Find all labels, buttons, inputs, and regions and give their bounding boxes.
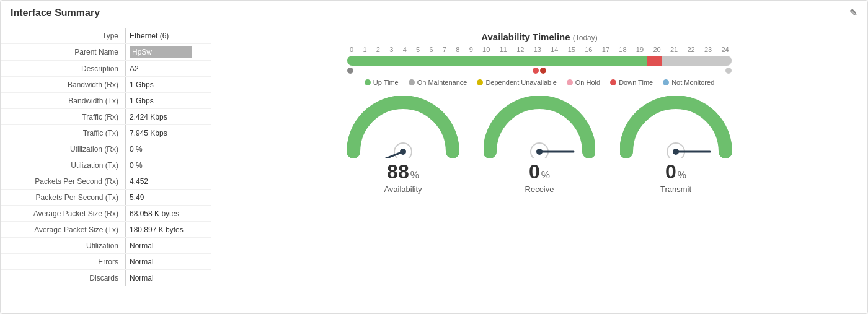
hour-label: 5 bbox=[416, 46, 420, 53]
gauge-svg bbox=[620, 96, 732, 158]
timeline-container: 0123456789101112131415161718192021222324 bbox=[347, 46, 732, 74]
legend-item: Not Monitored bbox=[663, 79, 714, 86]
availability-title: Availability Timeline (Today) bbox=[224, 32, 855, 42]
field-value: 68.058 K bytes bbox=[125, 206, 211, 221]
segment-down bbox=[647, 56, 663, 66]
hour-label: 20 bbox=[653, 46, 660, 53]
table-row: Packets Per Second (Tx)5.49 bbox=[1, 190, 211, 206]
timeline-indicator-row bbox=[347, 66, 732, 74]
field-label: Average Packet Size (Tx) bbox=[1, 222, 125, 237]
gauge-number: 0 bbox=[529, 160, 540, 183]
legend-item: On Maintenance bbox=[409, 79, 467, 86]
hour-label: 23 bbox=[704, 46, 712, 53]
dot-down1 bbox=[533, 68, 539, 74]
field-label: Type bbox=[1, 28, 125, 43]
field-value: 180.897 K bytes bbox=[125, 222, 211, 237]
table-row: Bandwidth (Tx)1 Gbps bbox=[1, 93, 211, 109]
field-value: Normal bbox=[125, 270, 211, 286]
field-value: 0 % bbox=[125, 141, 211, 157]
hour-label: 1 bbox=[363, 46, 366, 53]
svg-point-2 bbox=[400, 149, 406, 155]
timeline-hours: 0123456789101112131415161718192021222324 bbox=[347, 46, 732, 53]
gauge-number: 0 bbox=[665, 160, 676, 183]
hour-label: 19 bbox=[636, 46, 644, 53]
field-label: Errors bbox=[1, 254, 125, 269]
table-row: Bandwidth (Rx)1 Gbps bbox=[1, 77, 211, 93]
legend-item: Down Time bbox=[610, 79, 653, 86]
hour-label: 0 bbox=[350, 46, 353, 53]
svg-point-8 bbox=[673, 149, 679, 155]
legend-label: On Maintenance bbox=[417, 79, 467, 86]
legend-dot bbox=[663, 79, 669, 85]
gauge-number: 88 bbox=[387, 160, 409, 183]
gauges-container: 88%Availability 0%Receive 0%Transmit bbox=[224, 96, 855, 194]
field-value: 1 Gbps bbox=[125, 77, 211, 92]
legend: Up TimeOn MaintenanceDependent Unavailab… bbox=[224, 79, 855, 86]
field-label: Average Packet Size (Rx) bbox=[1, 206, 125, 221]
table-row: Average Packet Size (Rx)68.058 K bytes bbox=[1, 206, 211, 222]
hour-label: 12 bbox=[516, 46, 524, 53]
interface-summary-panel: Interface Summary ✎ TypeEthernet (6)Pare… bbox=[0, 0, 868, 314]
field-value: Normal bbox=[125, 254, 211, 269]
field-label: Parent Name bbox=[1, 44, 125, 60]
table-row: Traffic (Tx)7.945 Kbps bbox=[1, 125, 211, 141]
gauge-svg bbox=[347, 96, 459, 158]
hour-label: 17 bbox=[602, 46, 609, 53]
parent-name-input[interactable] bbox=[130, 46, 192, 58]
segment-not-monitored bbox=[662, 56, 732, 66]
hour-label: 2 bbox=[376, 46, 380, 53]
dot-middle bbox=[533, 68, 546, 74]
legend-label: Dependent Unavailable bbox=[485, 79, 556, 86]
gauge-percent: % bbox=[541, 170, 550, 181]
gauge-label: Transmit bbox=[660, 185, 691, 194]
legend-label: Down Time bbox=[619, 79, 653, 86]
left-panel: TypeEthernet (6)Parent NameDescriptionA2… bbox=[1, 25, 211, 311]
gauge-label: Receive bbox=[525, 185, 554, 194]
svg-point-5 bbox=[536, 149, 542, 155]
field-label: Packets Per Second (Tx) bbox=[1, 190, 125, 205]
field-label: Discards bbox=[1, 270, 125, 286]
field-label: Utilization (Rx) bbox=[1, 141, 125, 157]
field-label: Utilization (Tx) bbox=[1, 157, 125, 173]
legend-label: Up Time bbox=[373, 79, 399, 86]
field-label: Bandwidth (Tx) bbox=[1, 93, 125, 108]
hour-label: 11 bbox=[500, 46, 507, 53]
hour-label: 3 bbox=[389, 46, 393, 53]
gauge-svg bbox=[484, 96, 595, 158]
table-row: Packets Per Second (Rx)4.452 bbox=[1, 173, 211, 190]
right-panel: Availability Timeline (Today) 0123456789… bbox=[211, 25, 867, 311]
field-value: A2 bbox=[125, 61, 211, 76]
legend-item: On Hold bbox=[567, 79, 600, 86]
field-value: 7.945 Kbps bbox=[125, 125, 211, 141]
gauge-label: Availability bbox=[384, 185, 422, 194]
legend-item: Dependent Unavailable bbox=[477, 79, 556, 86]
panel-title: Interface Summary bbox=[11, 7, 100, 19]
gauge-percent: % bbox=[678, 170, 686, 181]
table-row: DescriptionA2 bbox=[1, 61, 211, 77]
table-row: Traffic (Rx)2.424 Kbps bbox=[1, 109, 211, 125]
field-value bbox=[125, 44, 211, 60]
dot-down2 bbox=[540, 68, 546, 74]
dot-start bbox=[347, 68, 353, 74]
field-label: Traffic (Rx) bbox=[1, 109, 125, 124]
legend-label: On Hold bbox=[575, 79, 600, 86]
legend-dot bbox=[610, 79, 616, 85]
hour-label: 7 bbox=[443, 46, 446, 53]
hour-label: 15 bbox=[568, 46, 575, 53]
field-label: Bandwidth (Rx) bbox=[1, 77, 125, 92]
edit-icon[interactable]: ✎ bbox=[849, 7, 857, 19]
legend-dot bbox=[365, 79, 371, 85]
legend-dot bbox=[409, 79, 415, 85]
field-label: Traffic (Tx) bbox=[1, 125, 125, 141]
gauge-wrapper: 88%Availability bbox=[347, 96, 459, 194]
hour-label: 6 bbox=[429, 46, 433, 53]
field-value: 2.424 Kbps bbox=[125, 109, 211, 124]
hour-label: 8 bbox=[456, 46, 459, 53]
field-value: 5.49 bbox=[125, 190, 211, 205]
field-label: Packets Per Second (Rx) bbox=[1, 173, 125, 189]
table-row: TypeEthernet (6) bbox=[1, 28, 211, 44]
table-row: ErrorsNormal bbox=[1, 254, 211, 270]
legend-item: Up Time bbox=[365, 79, 399, 86]
hour-label: 24 bbox=[722, 46, 729, 53]
availability-subtitle: (Today) bbox=[573, 33, 598, 42]
